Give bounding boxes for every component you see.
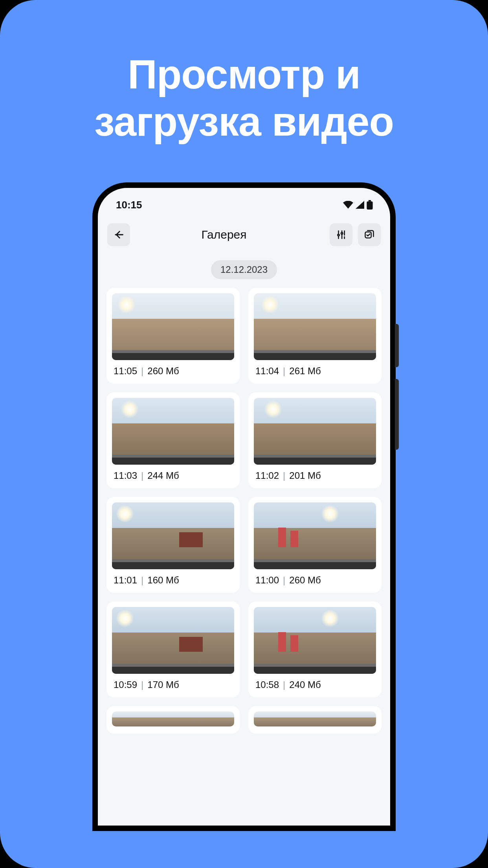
meta-separator: | bbox=[141, 679, 143, 690]
video-card[interactable]: 11:05 | 260 Мб bbox=[106, 288, 240, 384]
promo-title-line2: загрузка видео bbox=[94, 99, 394, 144]
video-meta: 10:59 | 170 Мб bbox=[112, 679, 234, 690]
video-time: 11:01 bbox=[114, 575, 137, 586]
video-meta: 11:00 | 260 Мб bbox=[254, 575, 376, 586]
phone-side-button bbox=[395, 324, 399, 367]
promo-title: Просмотр и загрузка видео bbox=[94, 51, 394, 145]
select-button[interactable] bbox=[358, 223, 381, 246]
video-time: 11:00 bbox=[255, 575, 279, 586]
gallery-grid: 11:05 | 260 Мб 11:04 | 261 Мб bbox=[98, 288, 390, 734]
video-time: 11:03 bbox=[114, 470, 137, 481]
video-thumbnail bbox=[254, 502, 376, 569]
video-size: 260 Мб bbox=[147, 366, 179, 377]
video-meta: 11:01 | 160 Мб bbox=[112, 575, 234, 586]
video-card[interactable] bbox=[106, 706, 240, 734]
video-card[interactable]: 11:04 | 261 Мб bbox=[248, 288, 382, 384]
arrow-left-icon bbox=[113, 229, 124, 240]
video-thumbnail bbox=[112, 712, 234, 726]
video-card[interactable]: 10:59 | 170 Мб bbox=[106, 601, 240, 697]
svg-point-3 bbox=[341, 233, 343, 234]
video-thumbnail bbox=[112, 398, 234, 465]
filter-button[interactable] bbox=[330, 223, 352, 246]
phone-mockup: 10:15 Галерея bbox=[92, 182, 396, 831]
cellular-icon bbox=[356, 201, 364, 209]
video-card[interactable]: 11:01 | 160 Мб bbox=[106, 497, 240, 593]
wifi-icon bbox=[343, 201, 353, 209]
video-card[interactable] bbox=[248, 706, 382, 734]
video-card[interactable]: 11:00 | 260 Мб bbox=[248, 497, 382, 593]
date-header-row: 12.12.2023 bbox=[98, 260, 390, 279]
video-meta: 11:02 | 201 Мб bbox=[254, 470, 376, 481]
video-thumbnail bbox=[254, 712, 376, 726]
promo-title-line1: Просмотр и bbox=[128, 51, 360, 97]
video-time: 11:02 bbox=[255, 470, 279, 481]
video-card[interactable]: 11:02 | 201 Мб bbox=[248, 392, 382, 488]
sliders-icon bbox=[336, 230, 346, 240]
video-size: 240 Мб bbox=[289, 679, 321, 690]
status-bar: 10:15 bbox=[98, 193, 390, 217]
video-card[interactable]: 10:58 | 240 Мб bbox=[248, 601, 382, 697]
video-meta: 11:05 | 260 Мб bbox=[112, 366, 234, 377]
video-size: 244 Мб bbox=[147, 470, 179, 481]
meta-separator: | bbox=[283, 470, 285, 481]
video-meta: 11:03 | 244 Мб bbox=[112, 470, 234, 481]
promo-panel: Просмотр и загрузка видео 10:15 bbox=[0, 0, 488, 868]
video-size: 170 Мб bbox=[147, 679, 179, 690]
video-time: 10:58 bbox=[255, 679, 279, 690]
svg-point-2 bbox=[338, 234, 339, 236]
meta-separator: | bbox=[141, 366, 143, 377]
video-thumbnail bbox=[254, 398, 376, 465]
status-time: 10:15 bbox=[116, 199, 142, 211]
video-meta: 10:58 | 240 Мб bbox=[254, 679, 376, 690]
video-size: 260 Мб bbox=[289, 575, 321, 586]
meta-separator: | bbox=[283, 679, 285, 690]
meta-separator: | bbox=[283, 366, 285, 377]
video-meta: 11:04 | 261 Мб bbox=[254, 366, 376, 377]
battery-icon bbox=[367, 200, 373, 210]
video-time: 11:04 bbox=[255, 366, 279, 377]
phone-screen: 10:15 Галерея bbox=[98, 188, 390, 826]
video-thumbnail bbox=[112, 607, 234, 674]
app-toolbar: Галерея bbox=[98, 217, 390, 252]
date-pill: 12.12.2023 bbox=[211, 260, 277, 279]
svg-rect-1 bbox=[367, 201, 372, 210]
meta-separator: | bbox=[283, 575, 285, 586]
svg-rect-0 bbox=[369, 200, 371, 201]
video-size: 160 Мб bbox=[147, 575, 179, 586]
video-thumbnail bbox=[112, 293, 234, 360]
page-title: Галерея bbox=[124, 228, 324, 241]
meta-separator: | bbox=[141, 575, 143, 586]
video-size: 201 Мб bbox=[289, 470, 321, 481]
video-card[interactable]: 11:03 | 244 Мб bbox=[106, 392, 240, 488]
video-thumbnail bbox=[112, 502, 234, 569]
video-size: 261 Мб bbox=[289, 366, 321, 377]
phone-side-button bbox=[395, 379, 399, 450]
status-indicators bbox=[343, 200, 373, 210]
copy-check-icon bbox=[364, 229, 375, 240]
meta-separator: | bbox=[141, 470, 143, 481]
video-thumbnail bbox=[254, 607, 376, 674]
video-time: 11:05 bbox=[114, 366, 137, 377]
video-time: 10:59 bbox=[114, 679, 137, 690]
video-thumbnail bbox=[254, 293, 376, 360]
